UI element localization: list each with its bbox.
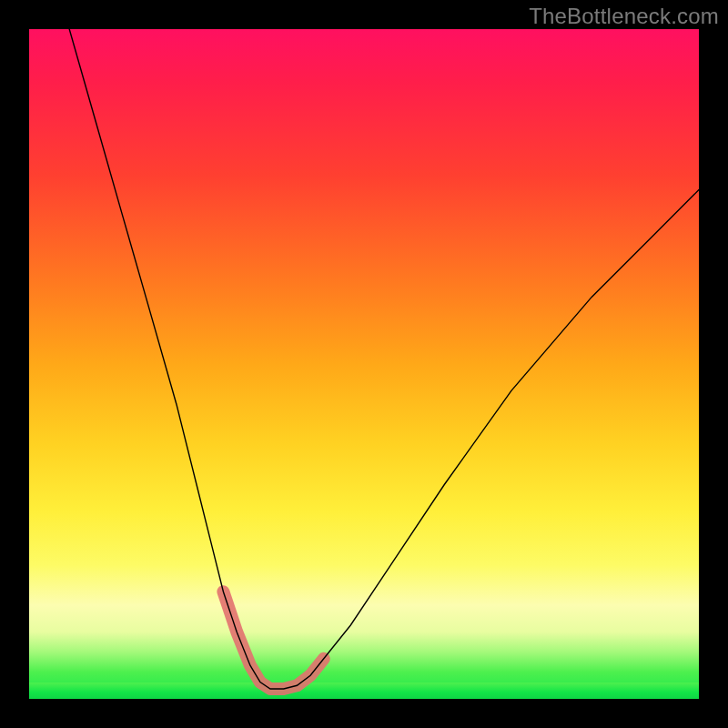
watermark-text: TheBottleneck.com: [529, 4, 719, 29]
outer-frame: TheBottleneck.com: [0, 0, 728, 728]
bottleneck-curve: [69, 29, 699, 689]
chart-svg: [29, 29, 699, 699]
plot-area: [29, 29, 699, 699]
optimal-band-marker: [223, 592, 323, 689]
